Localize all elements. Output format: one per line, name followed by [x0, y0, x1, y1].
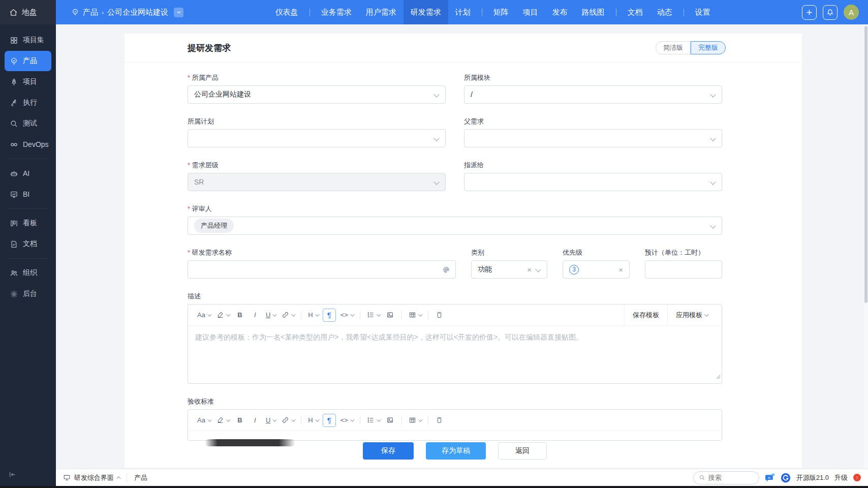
reviewer-select[interactable]: 产品经理	[188, 217, 722, 235]
code-button[interactable]: <>	[339, 414, 355, 427]
nav-user-req[interactable]: 用户需求	[359, 0, 404, 24]
apply-template-button[interactable]: 应用模板	[668, 304, 716, 326]
upgrade-badge-icon[interactable]: ↑	[853, 474, 861, 481]
zentao-logo-icon[interactable]	[781, 473, 791, 483]
sidebar-item-org[interactable]: 组织	[5, 263, 51, 283]
nav-separator	[309, 9, 310, 16]
create-button[interactable]	[802, 5, 817, 20]
nav-roadmap[interactable]: 路线图	[575, 0, 612, 24]
nav-activity[interactable]: 动态	[650, 0, 679, 24]
fullscreen-button[interactable]	[433, 414, 446, 427]
fullscreen-button[interactable]	[433, 309, 446, 322]
resize-handle[interactable]	[716, 371, 721, 382]
font-family-button[interactable]: Aa	[196, 309, 212, 322]
italic-button[interactable]: I	[249, 414, 261, 427]
sidebar-item-project[interactable]: 项目	[5, 72, 51, 92]
heading-button[interactable]: H	[306, 414, 319, 427]
scrollbar-thumb[interactable]	[864, 26, 867, 303]
nav-project[interactable]: 项目	[516, 0, 545, 24]
search-box[interactable]	[693, 471, 759, 484]
highlight-color-button[interactable]	[215, 414, 231, 427]
sidebar-item-bi[interactable]: BI	[5, 184, 51, 204]
highlight-color-button[interactable]	[215, 309, 231, 322]
nav-doc[interactable]: 文档	[621, 0, 650, 24]
paragraph-button[interactable]: ¶	[323, 309, 336, 322]
upgrade-link[interactable]: 升级	[834, 473, 848, 482]
table-button[interactable]	[407, 309, 423, 322]
toggle-full-version[interactable]: 完整版	[691, 41, 726, 54]
clear-icon[interactable]: ×	[527, 265, 532, 274]
paragraph-button[interactable]: ¶	[323, 414, 336, 427]
underline-button[interactable]: U	[264, 309, 277, 322]
parent-story-select[interactable]	[464, 129, 722, 147]
breadcrumb-current[interactable]: 公司企业网站建设	[107, 8, 168, 17]
nav-dashboard[interactable]: 仪表盘	[268, 0, 305, 24]
search-input[interactable]	[708, 474, 749, 481]
save-button[interactable]: 保存	[363, 442, 414, 460]
home-nav[interactable]: 地盘	[0, 0, 56, 24]
italic-button[interactable]: I	[249, 309, 261, 322]
breadcrumb-dropdown[interactable]	[174, 8, 183, 17]
breadcrumb-section[interactable]: 产品	[83, 8, 98, 17]
story-name-input[interactable]	[188, 260, 456, 279]
sidebar-item-testing[interactable]: 测试	[5, 113, 51, 134]
estimate-input[interactable]	[645, 260, 722, 279]
table-button[interactable]	[407, 414, 423, 427]
underline-button[interactable]: U	[264, 414, 277, 427]
bold-button[interactable]: B	[234, 309, 246, 322]
category-value: 功能	[478, 265, 492, 274]
page-scrollbar[interactable]	[864, 24, 868, 486]
image-button[interactable]	[384, 309, 396, 322]
infinity-icon	[10, 140, 18, 149]
clear-icon[interactable]: ×	[618, 265, 623, 274]
acceptance-toolbar: Aa B I U H ¶ <>	[188, 410, 722, 431]
sidebar-collapse-button[interactable]	[8, 470, 17, 481]
list-button[interactable]	[365, 414, 381, 427]
reviewer-tag[interactable]: 产品经理	[194, 219, 234, 233]
category-select[interactable]: 功能 ×	[471, 260, 547, 279]
heading-button[interactable]: H	[306, 309, 319, 322]
user-avatar[interactable]: A	[844, 5, 859, 20]
notifications-button[interactable]	[823, 5, 838, 20]
link-button[interactable]	[280, 309, 296, 322]
chevron-down-icon	[418, 312, 422, 316]
nav-separator	[684, 9, 684, 16]
sidebar-item-admin[interactable]: 后台	[5, 284, 51, 304]
link-button[interactable]	[280, 414, 296, 427]
chevron-down-icon	[535, 266, 541, 272]
bold-button[interactable]: B	[234, 414, 246, 427]
product-select[interactable]: 公司企业网站建设	[188, 85, 446, 104]
sidebar-item-execution[interactable]: 执行	[5, 93, 51, 113]
sidebar-item-kanban[interactable]: 看板	[5, 213, 51, 233]
sidebar-item-program[interactable]: 项目集	[5, 30, 51, 50]
description-textarea[interactable]: 建议参考的模板：作为一名<某种类型的用户>，我希望<达成某些目的>，这样可以<开…	[188, 326, 722, 383]
code-button[interactable]: <>	[339, 309, 355, 322]
save-draft-button[interactable]: 存为草稿	[426, 442, 486, 460]
nav-plan[interactable]: 计划	[448, 0, 478, 24]
nav-settings[interactable]: 设置	[688, 0, 718, 24]
nav-matrix[interactable]: 矩阵	[486, 0, 516, 24]
sidebar-item-product[interactable]: 产品	[5, 51, 51, 71]
assignee-select[interactable]	[464, 173, 722, 191]
workspace-switcher[interactable]: 研发综合界面	[74, 473, 114, 482]
plan-select[interactable]	[188, 129, 446, 147]
sidebar-item-ai[interactable]: AI	[5, 163, 51, 184]
list-button[interactable]	[365, 309, 381, 322]
nav-business-req[interactable]: 业务需求	[314, 0, 359, 24]
nav-release[interactable]: 发布	[545, 0, 575, 24]
ai-chat-icon[interactable]: AI	[765, 473, 775, 482]
save-template-button[interactable]: 保存模板	[625, 304, 667, 326]
back-button[interactable]: 返回	[498, 442, 547, 460]
nav-dev-req[interactable]: 研发需求	[404, 0, 448, 24]
toggle-simple-version[interactable]: 简洁版	[656, 41, 691, 54]
font-family-button[interactable]: Aa	[196, 414, 212, 427]
image-button[interactable]	[384, 414, 396, 427]
open-tab-product[interactable]: 产品	[134, 473, 147, 482]
priority-select[interactable]: 3 ×	[563, 260, 630, 279]
chevron-down-icon	[710, 135, 716, 141]
sidebar-item-devops[interactable]: DevOps	[5, 134, 51, 155]
module-select[interactable]: /	[464, 85, 722, 104]
chevron-down-icon	[710, 179, 716, 185]
sidebar-item-doc[interactable]: 文档	[5, 234, 51, 254]
color-palette-icon[interactable]	[442, 266, 450, 274]
